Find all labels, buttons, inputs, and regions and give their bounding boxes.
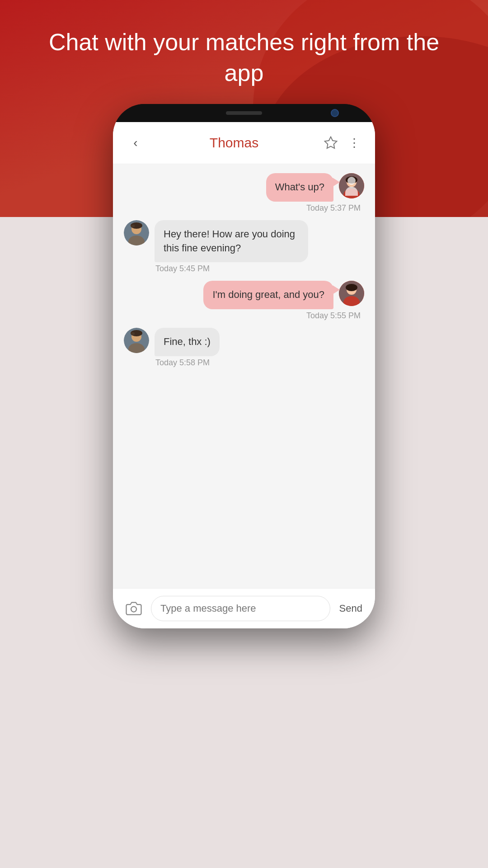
camera-button[interactable] [122, 597, 145, 620]
message-incoming-4: Fine, thx :) [124, 328, 364, 356]
message-text-1: What's up? [275, 181, 324, 193]
svg-rect-17 [131, 332, 135, 335]
phone-speaker [226, 111, 262, 115]
female-avatar-svg [339, 173, 364, 198]
phone-top-bar [113, 104, 375, 122]
avatar-incoming-4 [124, 328, 149, 353]
message-incoming-2: Hey there! How are you doing this fine e… [124, 220, 364, 263]
more-options-button[interactable]: ⋮ [346, 135, 362, 151]
message-outgoing-1: What's up? [124, 173, 364, 202]
avatar-outgoing-1 [339, 173, 364, 198]
page-header: Chat with your matches right from the ap… [0, 27, 488, 88]
chat-header: ‹ Thomas ⋮ [113, 122, 375, 164]
favorite-button[interactable] [323, 135, 339, 151]
back-arrow-icon: ‹ [133, 136, 137, 150]
chat-contact-name: Thomas [145, 135, 323, 151]
message-text-4: Fine, thx :) [164, 336, 211, 347]
header-icons: ⋮ [323, 135, 362, 151]
timestamp-4: Today 5:58 PM [155, 358, 364, 368]
timestamp-2: Today 5:45 PM [155, 264, 364, 274]
message-group-4: Fine, thx :) Today 5:58 PM [124, 328, 364, 368]
phone-frame: ‹ Thomas ⋮ What's up? [113, 104, 375, 628]
message-group-2: Hey there! How are you doing this fine e… [124, 220, 364, 274]
send-button[interactable]: Send [336, 603, 366, 614]
message-text-3: I'm doing great, and you? [212, 289, 324, 300]
bubble-incoming-2: Hey there! How are you doing this fine e… [155, 220, 308, 263]
message-text-2: Hey there! How are you doing this fine e… [164, 228, 295, 254]
three-dots-icon: ⋮ [348, 136, 361, 150]
message-input[interactable] [151, 596, 330, 621]
bubble-outgoing-1: What's up? [266, 173, 333, 202]
svg-point-18 [131, 607, 136, 612]
svg-point-2 [343, 189, 360, 198]
avatar-outgoing-3 [339, 281, 364, 306]
phone-screen: ‹ Thomas ⋮ What's up? [113, 122, 375, 628]
male-avatar-svg-2 [124, 328, 149, 353]
svg-point-1 [347, 177, 357, 187]
messages-area[interactable]: What's up? [113, 164, 375, 588]
message-group-1: What's up? [124, 173, 364, 213]
phone-camera [331, 109, 339, 117]
bubble-outgoing-3: I'm doing great, and you? [203, 281, 333, 309]
svg-point-12 [346, 284, 357, 291]
message-outgoing-3: I'm doing great, and you? [124, 281, 364, 309]
timestamp-3: Today 5:55 PM [127, 311, 361, 321]
input-bar: Send [113, 588, 375, 628]
camera-icon [126, 600, 142, 617]
star-icon [324, 136, 338, 150]
svg-point-3 [346, 176, 357, 184]
message-group-3: I'm doing great, and you? Today 5:55 PM [124, 281, 364, 321]
back-button[interactable]: ‹ [126, 133, 145, 153]
male-avatar-svg-1 [124, 220, 149, 245]
avatar-incoming-2 [124, 220, 149, 245]
timestamp-1: Today 5:37 PM [127, 203, 361, 213]
bubble-incoming-4: Fine, thx :) [155, 328, 220, 356]
female-avatar-svg-2 [339, 281, 364, 306]
svg-rect-8 [131, 225, 135, 227]
